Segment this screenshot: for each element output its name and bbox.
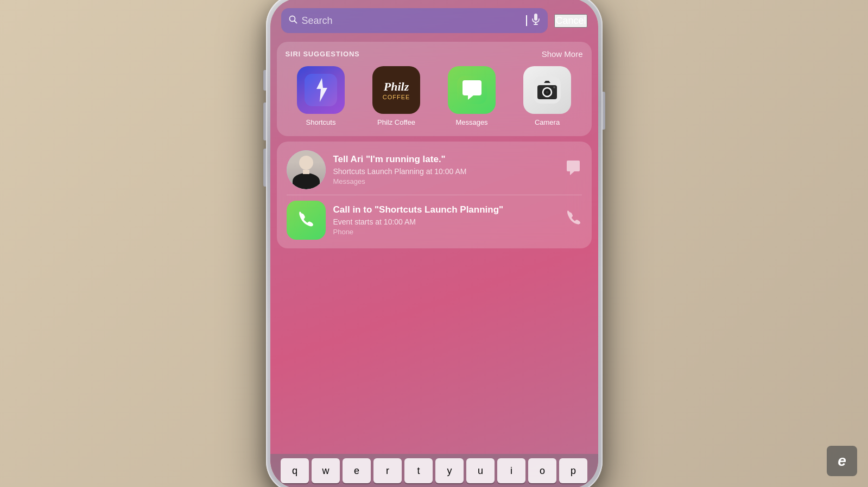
mute-switch — [263, 70, 266, 91]
cancel-button[interactable]: Cancel — [554, 14, 587, 28]
key-y[interactable]: y — [435, 458, 464, 483]
suggestion-content-messages: Tell Ari "I'm running late." Shortcuts L… — [333, 154, 557, 185]
suggestion-row-phone: Call in to "Shortcuts Launch Planning" E… — [287, 201, 582, 240]
app-item-messages[interactable]: Messages — [436, 66, 508, 126]
search-bar: Search Cancel — [281, 8, 587, 33]
philz-label: Philz Coffee — [377, 118, 415, 126]
screen-content: Search Cancel — [270, 0, 598, 487]
phone-app-icon — [287, 201, 326, 240]
svg-rect-2 — [534, 14, 537, 21]
suggestion-subtitle-phone: Event starts at 10:00 AM — [333, 217, 558, 226]
app-item-philz[interactable]: Philz COFFEE Philz Coffee — [361, 66, 432, 126]
app-grid: Shortcuts Philz COFFEE Phi — [286, 66, 583, 126]
key-t[interactable]: t — [404, 458, 433, 483]
key-e[interactable]: e — [343, 458, 371, 483]
avatar-body — [293, 173, 320, 189]
messages-action-icon — [565, 160, 582, 180]
siri-suggestions-section: SIRI SUGGESTIONS Show More — [277, 42, 592, 136]
search-icon — [289, 15, 297, 26]
philz-icon-text: Philz — [383, 80, 410, 94]
search-placeholder: Search — [302, 15, 522, 27]
show-more-button[interactable]: Show More — [542, 49, 583, 59]
shortcuts-label: Shortcuts — [306, 118, 336, 126]
volume-down-button — [263, 149, 266, 187]
suggestion-app-messages: Messages — [333, 177, 557, 185]
svg-line-1 — [294, 21, 296, 23]
svg-point-12 — [553, 86, 555, 88]
suggestion-row-messages: Tell Ari "I'm running late." Shortcuts L… — [287, 150, 582, 189]
suggestion-subtitle-messages: Shortcuts Launch Planning at 10:00 AM — [333, 167, 557, 176]
search-cursor — [526, 15, 527, 26]
shortcuts-app-icon — [297, 66, 345, 114]
philz-icon-sub: COFFEE — [383, 94, 410, 100]
camera-app-icon — [523, 66, 571, 114]
contact-avatar — [287, 150, 326, 189]
key-u[interactable]: u — [466, 458, 495, 483]
suggestion-content-phone: Call in to "Shortcuts Launch Planning" E… — [333, 204, 558, 236]
key-r[interactable]: r — [373, 458, 402, 483]
phone-inner: Search Cancel — [270, 0, 598, 487]
key-i[interactable]: i — [497, 458, 525, 483]
avatar-person — [287, 150, 326, 189]
suggestion-title-phone: Call in to "Shortcuts Launch Planning" — [333, 204, 558, 215]
key-w[interactable]: w — [312, 458, 340, 483]
messages-app-icon — [448, 66, 496, 114]
search-field[interactable]: Search — [281, 8, 548, 33]
key-o[interactable]: o — [528, 458, 556, 483]
mic-icon[interactable] — [531, 14, 540, 28]
power-button — [603, 92, 605, 130]
siri-suggestions-header: SIRI SUGGESTIONS Show More — [286, 49, 583, 59]
phone-screen: Search Cancel — [270, 0, 598, 487]
suggestion-card-messages[interactable]: Tell Ari "I'm running late." Shortcuts L… — [277, 142, 592, 248]
card-divider — [287, 195, 582, 195]
phone-frame: Search Cancel — [266, 0, 603, 487]
siri-suggestions-title: SIRI SUGGESTIONS — [286, 50, 360, 58]
key-q[interactable]: q — [281, 458, 309, 483]
phone-action-icon — [566, 210, 582, 230]
app-item-shortcuts[interactable]: Shortcuts — [286, 66, 357, 126]
keyboard: q w e r t y u i o p — [270, 454, 598, 487]
messages-label: Messages — [455, 118, 487, 126]
avatar-neck — [303, 170, 309, 174]
app-item-camera[interactable]: Camera — [512, 66, 583, 126]
volume-up-button — [263, 102, 266, 140]
suggestion-title-messages: Tell Ari "I'm running late." — [333, 154, 557, 165]
philz-app-icon: Philz COFFEE — [372, 66, 420, 114]
phone-container: Search Cancel — [266, 0, 603, 487]
engadget-watermark: e — [827, 446, 857, 476]
suggestion-app-phone: Phone — [333, 228, 558, 236]
svg-point-11 — [546, 91, 549, 94]
key-p[interactable]: p — [559, 458, 587, 483]
avatar-head — [299, 156, 313, 170]
keyboard-row-1: q w e r t y u i o p — [273, 458, 596, 483]
camera-label: Camera — [535, 118, 560, 126]
